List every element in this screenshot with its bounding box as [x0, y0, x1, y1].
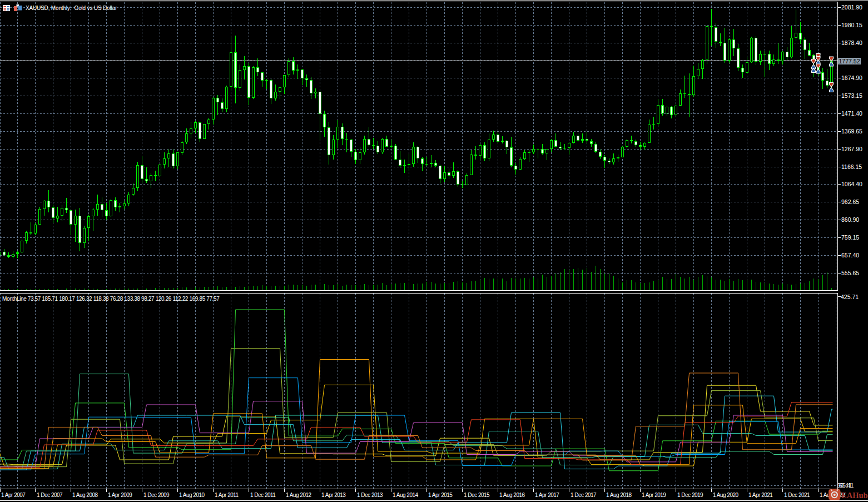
svg-text:EAHub: EAHub — [841, 491, 868, 500]
